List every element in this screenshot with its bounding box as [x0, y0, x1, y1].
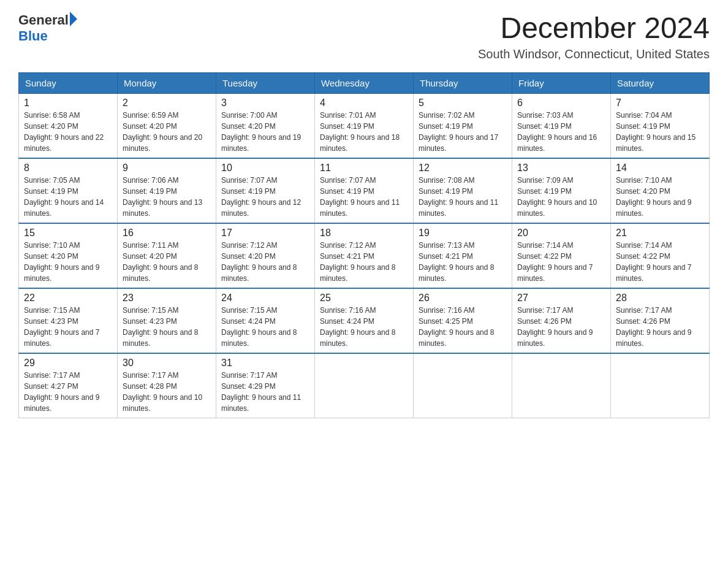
day-number: 11 [320, 163, 408, 174]
title-area: December 2024 South Windsor, Connecticut… [478, 12, 710, 61]
calendar-week-row: 22 Sunrise: 7:15 AMSunset: 4:23 PMDaylig… [19, 288, 710, 353]
day-info: Sunrise: 7:08 AMSunset: 4:19 PMDaylight:… [419, 176, 498, 218]
day-info: Sunrise: 7:16 AMSunset: 4:25 PMDaylight:… [419, 306, 494, 348]
day-info: Sunrise: 7:00 AMSunset: 4:20 PMDaylight:… [221, 111, 301, 153]
calendar-cell: 27 Sunrise: 7:17 AMSunset: 4:26 PMDaylig… [512, 288, 611, 353]
day-info: Sunrise: 7:15 AMSunset: 4:24 PMDaylight:… [221, 306, 297, 348]
weekday-header-saturday: Saturday [611, 72, 710, 93]
day-info: Sunrise: 7:07 AMSunset: 4:19 PMDaylight:… [221, 176, 301, 218]
day-info: Sunrise: 7:14 AMSunset: 4:22 PMDaylight:… [616, 241, 691, 283]
day-number: 29 [24, 358, 112, 369]
day-info: Sunrise: 7:09 AMSunset: 4:19 PMDaylight:… [517, 176, 597, 218]
calendar-cell: 1 Sunrise: 6:58 AMSunset: 4:20 PMDayligh… [19, 93, 118, 158]
calendar-cell: 20 Sunrise: 7:14 AMSunset: 4:22 PMDaylig… [512, 223, 611, 288]
calendar-table: SundayMondayTuesdayWednesdayThursdayFrid… [18, 72, 710, 418]
calendar-cell: 5 Sunrise: 7:02 AMSunset: 4:19 PMDayligh… [414, 93, 512, 158]
day-info: Sunrise: 6:58 AMSunset: 4:20 PMDaylight:… [24, 111, 104, 153]
day-info: Sunrise: 7:06 AMSunset: 4:19 PMDaylight:… [123, 176, 202, 218]
day-info: Sunrise: 7:15 AMSunset: 4:23 PMDaylight:… [123, 306, 198, 348]
day-number: 13 [517, 163, 605, 174]
day-info: Sunrise: 7:14 AMSunset: 4:22 PMDaylight:… [517, 241, 593, 283]
calendar-cell: 24 Sunrise: 7:15 AMSunset: 4:24 PMDaylig… [216, 288, 315, 353]
day-number: 4 [320, 98, 408, 109]
day-number: 14 [616, 163, 704, 174]
day-info: Sunrise: 7:15 AMSunset: 4:23 PMDaylight:… [24, 306, 99, 348]
weekday-header-monday: Monday [118, 72, 216, 93]
calendar-cell: 14 Sunrise: 7:10 AMSunset: 4:20 PMDaylig… [611, 158, 710, 223]
calendar-cell: 30 Sunrise: 7:17 AMSunset: 4:28 PMDaylig… [118, 353, 216, 418]
day-info: Sunrise: 7:01 AMSunset: 4:19 PMDaylight:… [320, 111, 400, 153]
calendar-cell: 26 Sunrise: 7:16 AMSunset: 4:25 PMDaylig… [414, 288, 512, 353]
logo-general-text: General [18, 12, 69, 28]
calendar-cell: 18 Sunrise: 7:12 AMSunset: 4:21 PMDaylig… [315, 223, 414, 288]
calendar-cell: 28 Sunrise: 7:17 AMSunset: 4:26 PMDaylig… [611, 288, 710, 353]
day-number: 27 [517, 293, 605, 304]
calendar-cell: 3 Sunrise: 7:00 AMSunset: 4:20 PMDayligh… [216, 93, 315, 158]
logo: General Blue [18, 12, 77, 44]
day-number: 9 [123, 163, 211, 174]
day-number: 25 [320, 293, 408, 304]
day-info: Sunrise: 6:59 AMSunset: 4:20 PMDaylight:… [123, 111, 202, 153]
calendar-cell: 4 Sunrise: 7:01 AMSunset: 4:19 PMDayligh… [315, 93, 414, 158]
calendar-cell [611, 353, 710, 418]
day-number: 2 [123, 98, 211, 109]
day-info: Sunrise: 7:03 AMSunset: 4:19 PMDaylight:… [517, 111, 597, 153]
page-header: General Blue December 2024 South Windsor… [18, 12, 710, 61]
day-info: Sunrise: 7:13 AMSunset: 4:21 PMDaylight:… [419, 241, 494, 283]
day-info: Sunrise: 7:17 AMSunset: 4:29 PMDaylight:… [221, 371, 301, 413]
calendar-week-row: 1 Sunrise: 6:58 AMSunset: 4:20 PMDayligh… [19, 93, 710, 158]
day-info: Sunrise: 7:10 AMSunset: 4:20 PMDaylight:… [616, 176, 691, 218]
calendar-cell [512, 353, 611, 418]
calendar-cell: 25 Sunrise: 7:16 AMSunset: 4:24 PMDaylig… [315, 288, 414, 353]
calendar-cell: 23 Sunrise: 7:15 AMSunset: 4:23 PMDaylig… [118, 288, 216, 353]
calendar-cell: 29 Sunrise: 7:17 AMSunset: 4:27 PMDaylig… [19, 353, 118, 418]
calendar-week-row: 8 Sunrise: 7:05 AMSunset: 4:19 PMDayligh… [19, 158, 710, 223]
calendar-week-row: 15 Sunrise: 7:10 AMSunset: 4:20 PMDaylig… [19, 223, 710, 288]
day-number: 7 [616, 98, 704, 109]
day-number: 17 [221, 228, 309, 239]
day-number: 12 [419, 163, 507, 174]
logo-blue-text: Blue [18, 28, 77, 44]
day-number: 21 [616, 228, 704, 239]
weekday-header-friday: Friday [512, 72, 611, 93]
calendar-cell: 8 Sunrise: 7:05 AMSunset: 4:19 PMDayligh… [19, 158, 118, 223]
day-info: Sunrise: 7:12 AMSunset: 4:21 PMDaylight:… [320, 241, 395, 283]
calendar-cell: 12 Sunrise: 7:08 AMSunset: 4:19 PMDaylig… [414, 158, 512, 223]
calendar-cell [414, 353, 512, 418]
day-number: 20 [517, 228, 605, 239]
calendar-cell: 10 Sunrise: 7:07 AMSunset: 4:19 PMDaylig… [216, 158, 315, 223]
day-number: 10 [221, 163, 309, 174]
day-number: 15 [24, 228, 112, 239]
day-number: 31 [221, 358, 309, 369]
day-info: Sunrise: 7:02 AMSunset: 4:19 PMDaylight:… [419, 111, 498, 153]
day-number: 23 [123, 293, 211, 304]
day-number: 28 [616, 293, 704, 304]
month-title: December 2024 [478, 12, 710, 45]
calendar-cell: 21 Sunrise: 7:14 AMSunset: 4:22 PMDaylig… [611, 223, 710, 288]
calendar-cell: 22 Sunrise: 7:15 AMSunset: 4:23 PMDaylig… [19, 288, 118, 353]
calendar-cell: 7 Sunrise: 7:04 AMSunset: 4:19 PMDayligh… [611, 93, 710, 158]
logo-triangle-icon [70, 12, 77, 26]
day-number: 1 [24, 98, 112, 109]
weekday-header-wednesday: Wednesday [315, 72, 414, 93]
location-title: South Windsor, Connecticut, United State… [478, 47, 710, 61]
calendar-cell: 6 Sunrise: 7:03 AMSunset: 4:19 PMDayligh… [512, 93, 611, 158]
day-number: 19 [419, 228, 507, 239]
day-info: Sunrise: 7:17 AMSunset: 4:26 PMDaylight:… [517, 306, 593, 348]
day-number: 26 [419, 293, 507, 304]
day-info: Sunrise: 7:04 AMSunset: 4:19 PMDaylight:… [616, 111, 696, 153]
calendar-cell: 31 Sunrise: 7:17 AMSunset: 4:29 PMDaylig… [216, 353, 315, 418]
calendar-cell: 19 Sunrise: 7:13 AMSunset: 4:21 PMDaylig… [414, 223, 512, 288]
day-info: Sunrise: 7:12 AMSunset: 4:20 PMDaylight:… [221, 241, 297, 283]
day-number: 18 [320, 228, 408, 239]
day-info: Sunrise: 7:10 AMSunset: 4:20 PMDaylight:… [24, 241, 99, 283]
day-info: Sunrise: 7:11 AMSunset: 4:20 PMDaylight:… [123, 241, 198, 283]
calendar-cell: 13 Sunrise: 7:09 AMSunset: 4:19 PMDaylig… [512, 158, 611, 223]
day-number: 30 [123, 358, 211, 369]
calendar-cell: 17 Sunrise: 7:12 AMSunset: 4:20 PMDaylig… [216, 223, 315, 288]
day-info: Sunrise: 7:16 AMSunset: 4:24 PMDaylight:… [320, 306, 395, 348]
calendar-cell: 15 Sunrise: 7:10 AMSunset: 4:20 PMDaylig… [19, 223, 118, 288]
calendar-cell: 11 Sunrise: 7:07 AMSunset: 4:19 PMDaylig… [315, 158, 414, 223]
day-info: Sunrise: 7:05 AMSunset: 4:19 PMDaylight:… [24, 176, 104, 218]
weekday-header-row: SundayMondayTuesdayWednesdayThursdayFrid… [19, 72, 710, 93]
